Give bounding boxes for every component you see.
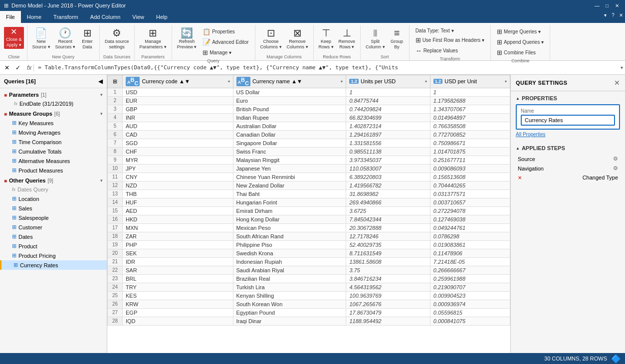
measure-groups-header[interactable]: ■ Measure Groups [6] ▾: [0, 109, 107, 118]
query-item-dates[interactable]: ⊞ Dates: [0, 232, 107, 241]
table-row[interactable]: 3 GBP British Pound 0.744209824 1.343707…: [108, 105, 510, 113]
append-queries-button[interactable]: ⊞ Append Queries ▾: [494, 37, 547, 47]
tab-transform[interactable]: Transform: [47, 11, 84, 23]
table-row[interactable]: 1 USD US Dollar 1 1: [108, 88, 510, 96]
table-row[interactable]: 25 KES Kenyan Shilling 100.9639769 0.009…: [108, 291, 510, 300]
step-changed-type[interactable]: ✕ Changed Type: [516, 173, 620, 182]
table-row[interactable]: 2 EUR Euro 0.84775744 1.179582688: [108, 96, 510, 105]
advanced-editor-button[interactable]: 📝 Advanced Editor: [200, 37, 251, 47]
table-row[interactable]: 7 SGD Singapore Dollar 1.331581556 0.750…: [108, 139, 510, 147]
table-row[interactable]: 11 CNY Chinese Yuan Renminbi 6.389220803…: [108, 173, 510, 181]
tab-help[interactable]: Help: [150, 11, 174, 23]
properties-button[interactable]: 📋 Properties: [200, 27, 251, 36]
recent-sources-button[interactable]: 🕐 RecentSources ▾: [53, 27, 78, 51]
table-row[interactable]: 16 HKD Hong Kong Dollar 7.845042344 0.12…: [108, 215, 510, 223]
minimize-button[interactable]: —: [593, 1, 601, 9]
formula-cancel-button[interactable]: ✕: [2, 63, 12, 73]
table-row[interactable]: 28 IQD Iraqi Dinar 1188.954492 0.0008410…: [108, 317, 510, 325]
query-item-enddate[interactable]: fx EndDate (31/12/2019): [0, 99, 107, 108]
step-source[interactable]: Source ⚙: [516, 154, 620, 164]
close-window-button[interactable]: ✕: [613, 1, 621, 9]
tab-home[interactable]: Home: [21, 11, 47, 23]
table-row[interactable]: 5 AUD Australian Dollar 1.402872314 0.76…: [108, 122, 510, 130]
table-row[interactable]: 17 MXN Mexican Peso 20.30672888 0.049244…: [108, 223, 510, 232]
combine-files-button[interactable]: ⊞ Combine Files: [494, 48, 547, 57]
manage-button[interactable]: ⊞ Manage ▾: [200, 48, 251, 57]
filter-icon-name[interactable]: ▾: [341, 79, 343, 84]
table-row[interactable]: 24 TRY Turkish Lira 4.564319562 0.219090…: [108, 283, 510, 291]
formula-input[interactable]: [36, 64, 617, 71]
keep-rows-button[interactable]: ⊤ KeepRows ▾: [317, 27, 336, 51]
table-row[interactable]: 27 EGP Egyptian Pound 17.86730479 0.0559…: [108, 308, 510, 317]
choose-columns-button[interactable]: ⊡ ChooseColumns ▾: [258, 27, 284, 51]
query-item-sales[interactable]: ⊞ Sales: [0, 203, 107, 213]
table-row[interactable]: 22 SAR Saudi Arabian Riyal 3.75 0.266666…: [108, 266, 510, 274]
formula-confirm-button[interactable]: ✓: [13, 63, 23, 73]
remove-rows-button[interactable]: ⊥ RemoveRows ▾: [337, 27, 358, 51]
query-item-moving-averages[interactable]: ⊞ Moving Averages: [0, 128, 107, 137]
maximize-button[interactable]: □: [603, 1, 611, 9]
step-gear-navigation[interactable]: ⚙: [613, 165, 618, 172]
parameters-group-header[interactable]: ■ Parameters [1] ▾: [0, 90, 107, 99]
query-item-currency-rates[interactable]: ⊞ Currency Rates: [0, 260, 107, 270]
ribbon-minimize[interactable]: ▾: [601, 11, 609, 19]
use-first-row-button[interactable]: ⊞ Use First Row as Headers ▾: [413, 35, 487, 45]
table-row[interactable]: 13 THB Thai Baht 31.8698982 0.031377571: [108, 189, 510, 198]
query-item-customer[interactable]: ⊞ Customer: [0, 222, 107, 232]
enter-data-button[interactable]: ⊞ EnterData: [78, 27, 96, 51]
table-row[interactable]: 6 CAD Canadian Dollar 1.294161897 0.7727…: [108, 130, 510, 139]
table-row[interactable]: 12 NZD New Zealand Dollar 1.419566782 0.…: [108, 181, 510, 189]
query-item-product[interactable]: ⊞ Product: [0, 241, 107, 251]
refresh-preview-button[interactable]: 🔄 RefreshPreview ▾: [175, 27, 199, 51]
filter-icon-units[interactable]: ▾: [425, 79, 427, 84]
filter-icon-usd[interactable]: ▾: [505, 79, 507, 84]
query-item-dates-query[interactable]: fx Dates Query: [0, 185, 107, 194]
table-row[interactable]: 19 PHP Philippine Piso 52.40029735 0.019…: [108, 240, 510, 249]
data-type-button[interactable]: Data Type: Text ▾: [413, 27, 487, 34]
query-item-alternative-measures[interactable]: ⊞ Alternative Measures: [0, 156, 107, 166]
table-row[interactable]: 15 AED Emirati Dirham 3.6725 0.272294078: [108, 206, 510, 215]
step-gear-source[interactable]: ⚙: [613, 156, 618, 162]
query-item-salespeople[interactable]: ⊞ Salespeople: [0, 213, 107, 222]
col-header-units-per-usd[interactable]: 1.2 Units per USD ▾: [346, 75, 430, 88]
ribbon-close[interactable]: ✕: [617, 11, 625, 19]
query-item-time-comparison[interactable]: ⊞ Time Comparison: [0, 137, 107, 147]
table-corner-cell[interactable]: ⊞: [108, 75, 123, 88]
col-header-usd-per-unit[interactable]: 1.2 USD per Unit ▾: [430, 75, 510, 88]
table-row[interactable]: 18 ZAR South African Rand 12.7178246 0.0…: [108, 232, 510, 240]
col-header-currency-code[interactable]: ABC Currency code ▲▼ ▾: [123, 75, 233, 88]
remove-columns-button[interactable]: ⊠ RemoveColumns ▾: [285, 27, 310, 51]
table-row[interactable]: 8 CHF Swiss Franc 0.985511138 1.01470187…: [108, 147, 510, 156]
tab-file[interactable]: File: [0, 11, 21, 23]
query-item-product-measures[interactable]: ⊞ Product Measures: [0, 166, 107, 175]
table-row[interactable]: 4 INR Indian Rupee 66.82304699 0.0149648…: [108, 113, 510, 122]
table-row[interactable]: 9 MYR Malaysian Ringgit 3.973345037 0.25…: [108, 156, 510, 164]
other-queries-header[interactable]: ■ Other Queries [9] ▾: [0, 176, 107, 185]
tab-view[interactable]: View: [126, 11, 150, 23]
table-row[interactable]: 20 SEK Swedish Krona 8.711631549 0.11478…: [108, 249, 510, 257]
group-by-button[interactable]: ≡ GroupBy: [388, 27, 406, 51]
merge-queries-button[interactable]: ⊞ Merge Queries ▾: [494, 27, 547, 36]
table-row[interactable]: 26 KRW South Korean Won 1067.265676 0.00…: [108, 300, 510, 308]
manage-parameters-button[interactable]: ⊞ ManageParameters ▾: [138, 27, 169, 51]
qs-close-button[interactable]: ✕: [614, 79, 620, 87]
all-properties-link[interactable]: All Properties: [516, 132, 620, 137]
step-navigation[interactable]: Navigation ⚙: [516, 164, 620, 173]
tab-add-column[interactable]: Add Column: [84, 11, 127, 23]
filter-icon-code[interactable]: ▾: [228, 79, 230, 84]
query-item-product-pricing[interactable]: ⊞ Product Pricing: [0, 251, 107, 260]
data-source-settings-button[interactable]: ⚙ Data sourcesettings: [103, 27, 131, 51]
replace-values-button[interactable]: ↔ Replace Values: [413, 46, 487, 55]
table-row[interactable]: 14 HUF Hungarian Forint 269.4940866 0.00…: [108, 198, 510, 206]
query-item-cumulative-totals[interactable]: ⊞ Cumulative Totals: [0, 147, 107, 156]
formula-expand-button[interactable]: ▾: [621, 65, 623, 70]
data-table-container[interactable]: ⊞ ABC Currency code ▲▼ ▾ ABC: [107, 75, 510, 353]
qs-name-input[interactable]: [521, 115, 615, 126]
split-column-button[interactable]: ⫴ SplitColumn ▾: [364, 27, 387, 51]
table-row[interactable]: 10 JPY Japanese Yen 110.0583007 0.009086…: [108, 164, 510, 173]
close-apply-button[interactable]: ✕ Close &Apply ▾: [4, 27, 24, 49]
table-row[interactable]: 23 BRL Brazilian Real 3.846716234 0.2599…: [108, 274, 510, 283]
new-source-button[interactable]: 📄 NewSource ▾: [30, 27, 52, 51]
col-header-currency-name[interactable]: ABC Currency name ▲▼ ▾: [233, 75, 346, 88]
query-item-location[interactable]: ⊞ Location: [0, 194, 107, 203]
